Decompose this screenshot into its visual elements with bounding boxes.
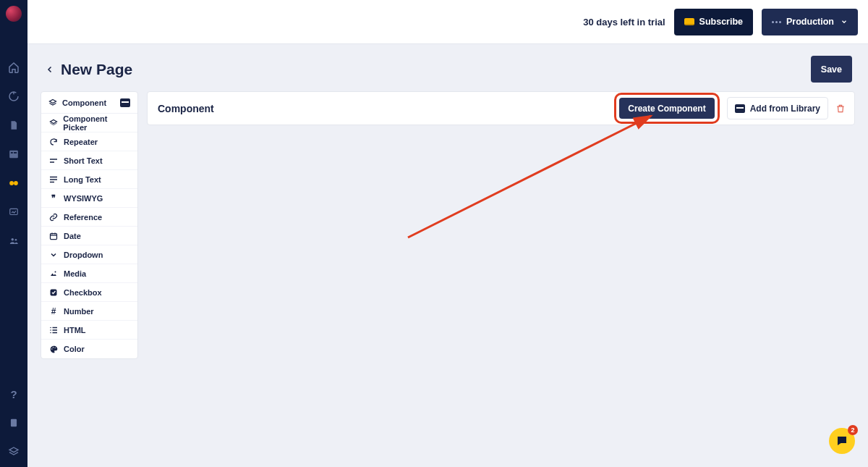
back-button[interactable] xyxy=(43,63,56,76)
field-item-label: HTML xyxy=(64,326,86,335)
svg-rect-5 xyxy=(10,209,18,214)
svg-rect-8 xyxy=(11,419,17,427)
svg-point-28 xyxy=(54,347,55,348)
svg-rect-0 xyxy=(9,151,18,159)
field-item-label: Component Picker xyxy=(63,114,130,132)
field-item-label: Reference xyxy=(64,213,102,222)
credit-card-icon xyxy=(684,18,694,25)
stack-icon xyxy=(48,98,57,107)
add-from-library-button[interactable]: Add from Library xyxy=(727,97,828,119)
field-item-label: Short Text xyxy=(64,156,103,165)
svg-rect-14 xyxy=(51,233,57,239)
media-icon[interactable] xyxy=(7,206,20,219)
components-icon[interactable] xyxy=(7,177,20,190)
users-icon[interactable] xyxy=(7,235,20,248)
field-type-color[interactable]: Color xyxy=(41,340,137,358)
quote-icon: ❞ xyxy=(48,193,59,203)
check-icon xyxy=(48,288,59,297)
field-panel-header-label: Component xyxy=(62,98,106,107)
cal-icon xyxy=(48,232,59,240)
library-icon[interactable] xyxy=(120,98,130,107)
page-title: New Page xyxy=(61,61,132,78)
field-type-component-picker[interactable]: Component Picker xyxy=(41,114,137,132)
subscribe-button[interactable]: Subscribe xyxy=(674,9,753,35)
svg-rect-1 xyxy=(11,152,13,153)
field-item-label: Date xyxy=(64,232,81,240)
field-item-label: Checkbox xyxy=(64,288,102,297)
save-button[interactable]: Save xyxy=(811,56,852,83)
field-item-label: Long Text xyxy=(64,175,101,184)
field-item-label: Dropdown xyxy=(64,251,103,259)
topbar: 30 days left in trial Subscribe Producti… xyxy=(27,0,868,44)
link-icon xyxy=(48,213,59,222)
field-type-html[interactable]: HTML xyxy=(41,321,137,340)
list-icon xyxy=(48,327,59,334)
pages-icon[interactable] xyxy=(7,119,20,132)
svg-point-7 xyxy=(15,239,17,241)
svg-point-4 xyxy=(14,181,18,185)
field-type-reference[interactable]: Reference xyxy=(41,208,137,227)
field-type-repeater[interactable]: Repeater xyxy=(41,132,137,151)
field-item-label: Number xyxy=(64,307,94,316)
field-types-panel: Component Component PickerRepeaterShort … xyxy=(41,91,138,359)
svg-rect-2 xyxy=(14,152,17,153)
environment-label: Production xyxy=(786,17,834,27)
delete-button[interactable] xyxy=(835,103,846,114)
field-panel-header[interactable]: Component xyxy=(41,92,137,114)
field-type-media[interactable]: Media xyxy=(41,264,137,283)
field-type-wysiwyg[interactable]: ❞WYSIWYG xyxy=(41,189,137,208)
svg-point-3 xyxy=(9,181,14,185)
component-row: Component Create Component Add from Libr… xyxy=(147,91,855,125)
img-icon xyxy=(48,269,59,278)
field-type-dropdown[interactable]: Dropdown xyxy=(41,245,137,264)
field-item-label: Color xyxy=(64,345,85,353)
field-item-label: Repeater xyxy=(64,138,98,146)
chev-icon xyxy=(48,251,59,259)
help-icon[interactable]: ? xyxy=(7,387,20,400)
svg-point-18 xyxy=(55,271,56,272)
chevron-down-icon xyxy=(841,18,848,25)
environment-dots-icon xyxy=(772,21,781,23)
field-type-number[interactable]: #Number xyxy=(41,302,137,321)
component-name-input[interactable] xyxy=(221,98,608,119)
environment-dropdown[interactable]: Production xyxy=(762,9,858,35)
short-icon xyxy=(48,158,59,164)
chat-badge: 2 xyxy=(848,425,858,435)
svg-point-26 xyxy=(51,348,52,349)
svg-point-27 xyxy=(52,347,53,348)
home-icon[interactable] xyxy=(7,61,20,74)
grid-icon[interactable] xyxy=(7,148,20,161)
layers-icon xyxy=(48,119,58,127)
field-item-label: WYSIWYG xyxy=(64,194,103,203)
field-item-label: Media xyxy=(64,269,86,278)
subscribe-label: Subscribe xyxy=(699,17,743,27)
docs-icon[interactable] xyxy=(7,416,20,429)
field-type-date[interactable]: Date xyxy=(41,227,137,245)
hash-icon: # xyxy=(48,306,59,316)
field-type-long-text[interactable]: Long Text xyxy=(41,170,137,189)
field-type-checkbox[interactable]: Checkbox xyxy=(41,283,137,302)
field-type-short-text[interactable]: Short Text xyxy=(41,151,137,170)
create-component-button[interactable]: Create Component xyxy=(619,98,714,119)
component-row-title: Component xyxy=(158,103,214,114)
layers-icon[interactable] xyxy=(7,445,20,458)
activity-icon[interactable] xyxy=(7,90,20,103)
chat-launcher[interactable]: 2 xyxy=(829,428,855,454)
app-logo[interactable] xyxy=(6,6,22,22)
library-icon xyxy=(735,104,745,113)
pal-icon xyxy=(48,345,59,354)
page-header: New Page Save xyxy=(27,44,868,91)
annotation-highlight: Create Component xyxy=(614,93,719,124)
repeat-icon xyxy=(48,138,59,146)
sidebar: ? xyxy=(0,0,27,467)
long-icon xyxy=(48,176,59,183)
trial-text: 30 days left in trial xyxy=(583,17,665,28)
svg-point-6 xyxy=(12,238,14,241)
